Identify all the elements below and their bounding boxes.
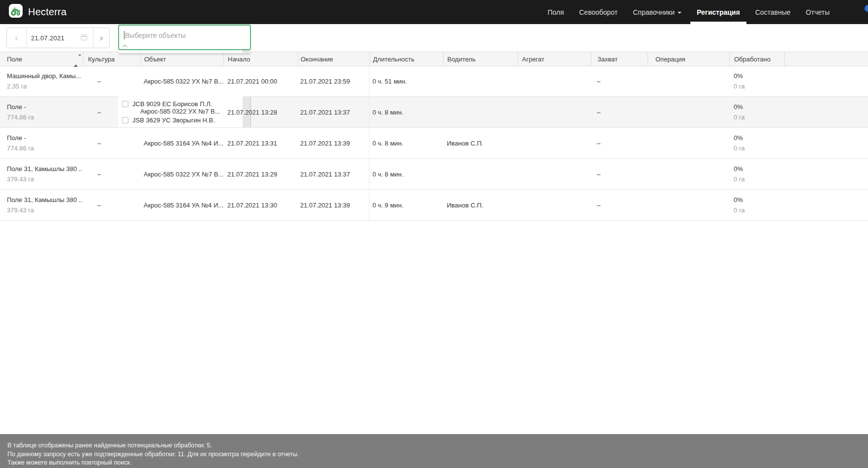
popup-option[interactable]: JSB 3629 УС Зворыгин Н.В. [122, 117, 215, 124]
end-cell: 21.07.2021 13:37 [298, 97, 370, 127]
table-header: Поле Культура Объект Начало Окончание Дл… [0, 52, 868, 66]
processed-area: 0 га [734, 112, 784, 122]
date-field[interactable]: 21.07.2021 [27, 28, 93, 48]
field-name: Поле - [7, 133, 83, 143]
nav-item-registratsiya[interactable]: Регистрация [697, 0, 740, 24]
frozen-columns-divider [369, 66, 370, 220]
tractor-icon [10, 5, 22, 17]
footer-line-3: Также можете выполнить повторный поиск. [7, 459, 868, 468]
notification-dot[interactable] [865, 5, 868, 12]
sort-icon[interactable] [74, 56, 78, 62]
next-day-button[interactable]: › [93, 28, 109, 48]
object-select-placeholder: Выберите объекты [125, 31, 186, 39]
nav-item-spravochniki[interactable]: Справочники [633, 0, 682, 24]
driver-cell [443, 97, 518, 127]
row-object-text: Акрос-585 0322 УХ №7 В... [140, 108, 220, 115]
column-header-obrabotano[interactable]: Обработано [729, 52, 784, 66]
end-cell: 21.07.2021 23:59 [298, 66, 370, 96]
field-area: 2.35 га [7, 81, 83, 91]
checkbox[interactable] [122, 117, 128, 123]
column-header-kultura[interactable]: Культура [83, 52, 141, 66]
checkbox[interactable] [122, 101, 128, 107]
culture-cell: – [83, 66, 141, 96]
app-logo[interactable] [9, 4, 23, 18]
column-header-voditel[interactable]: Водитель [443, 52, 518, 66]
column-header-pole[interactable]: Поле [0, 52, 83, 66]
date-picker: ‹ 21.07.2021 › [6, 28, 110, 48]
calendar-icon[interactable] [81, 34, 87, 40]
popup-option[interactable]: JCB 9029 ЕС Борисов П.Л. [122, 100, 212, 108]
field-name: Машинный двор, Камы... [7, 71, 83, 81]
column-header-agregat[interactable]: Агрегат [518, 52, 591, 66]
culture-cell: – [83, 190, 141, 220]
app-title: Hecterra [28, 0, 66, 24]
coverage-cell: – [591, 97, 648, 127]
processed-area: 0 га [734, 174, 784, 184]
duration-cell: 0 ч. 9 мин. [370, 190, 443, 220]
processed-area: 0 га [734, 205, 784, 215]
start-cell: 21.07.2021 00:00 [223, 66, 298, 96]
start-cell: 21.07.2021 13:31 [223, 128, 298, 158]
dropdown-scrollbar-top[interactable] [242, 50, 250, 53]
end-cell: 21.07.2021 13:39 [298, 128, 370, 158]
coverage-cell: – [591, 190, 648, 220]
driver-cell [443, 159, 518, 189]
field-name: Поле 31, Камышлы 380 ... [7, 164, 83, 174]
footer-line-2: По данному запросу есть уже подтвержденн… [7, 450, 868, 459]
processed-area: 0 га [734, 81, 784, 91]
duration-cell: 0 ч. 8 мин. [370, 159, 443, 189]
nav-item-otchety[interactable]: Отчеты [806, 0, 830, 24]
start-cell: 21.07.2021 13:28 [223, 97, 298, 127]
column-header-obyekt[interactable]: Объект [141, 52, 223, 66]
column-divider [784, 52, 785, 66]
object-multiselect-input[interactable]: Выберите объекты [118, 25, 251, 50]
end-cell: 21.07.2021 13:39 [298, 190, 370, 220]
duration-cell: 0 ч. 8 мин. [370, 97, 443, 127]
processed-pct: 0% [734, 71, 784, 81]
column-header-nachalo[interactable]: Начало [223, 52, 298, 66]
status-footer: В таблице отображены ранее найденные пот… [0, 434, 868, 468]
column-header-operatsiya[interactable]: Операция [648, 52, 729, 66]
date-value: 21.07.2021 [31, 34, 64, 42]
culture-cell: – [83, 159, 141, 189]
object-cell: Акрос-585 3164 УА №4 И... [141, 128, 223, 158]
text-caret [124, 31, 124, 39]
table-row[interactable]: Машинный двор, Камы...2.35 га – Акрос-58… [0, 66, 868, 97]
footer-line-1: В таблице отображены ранее найденные пот… [7, 441, 868, 450]
field-area: 774.86 га [7, 143, 83, 153]
column-header-dlitelnost[interactable]: Длительность [370, 52, 443, 66]
object-cell: Акрос-585 0322 УХ №7 В... [141, 66, 223, 96]
object-cell: Акрос-585 0322 УХ №7 В... [141, 159, 223, 189]
nav-item-polya[interactable]: Поля [548, 0, 564, 24]
coverage-cell: – [591, 66, 648, 96]
duration-cell: 0 ч. 8 мин. [370, 128, 443, 158]
nav-item-sostavnye[interactable]: Составные [755, 0, 791, 24]
driver-cell [443, 66, 518, 96]
start-cell: 21.07.2021 13:30 [223, 190, 298, 220]
coverage-cell: – [591, 159, 648, 189]
object-cell: Акрос-585 3164 УА №4 И... [141, 190, 223, 220]
culture-cell: – [83, 128, 141, 158]
start-cell: 21.07.2021 13:29 [223, 159, 298, 189]
table-body: Машинный двор, Камы...2.35 га – Акрос-58… [0, 66, 868, 221]
table-row[interactable]: Поле 31, Камышлы 380 ...379.43 га – Акро… [0, 190, 868, 221]
nav-item-sevooborot[interactable]: Севооборот [579, 0, 618, 24]
table-row[interactable]: Поле -774.86 га – Акрос-585 3164 УА №4 И… [0, 128, 868, 159]
app-header: Hecterra Поля Севооборот Справочники Рег… [0, 0, 868, 24]
processed-pct: 0% [734, 133, 784, 143]
column-header-zakhvat[interactable]: Захват [591, 52, 648, 66]
chevron-down-icon [678, 12, 682, 14]
end-cell: 21.07.2021 13:37 [298, 159, 370, 189]
field-area: 379.43 га [7, 205, 83, 215]
column-header-okonchanie[interactable]: Окончание [298, 52, 370, 66]
field-name: Поле 31, Камышлы 380 ... [7, 195, 83, 205]
duration-cell: 0 ч. 51 мин. [370, 66, 443, 96]
main-nav: Поля Севооборот Справочники Регистрация … [548, 0, 830, 24]
coverage-cell: – [591, 128, 648, 158]
driver-cell: Иванов С.П. [443, 128, 518, 158]
chevron-up-icon[interactable] [123, 44, 127, 48]
dropdown-panel-top [119, 50, 250, 53]
processed-pct: 0% [734, 102, 784, 112]
prev-day-button[interactable]: ‹ [7, 28, 27, 48]
table-row[interactable]: Поле 31, Камышлы 380 ...379.43 га – Акро… [0, 159, 868, 190]
